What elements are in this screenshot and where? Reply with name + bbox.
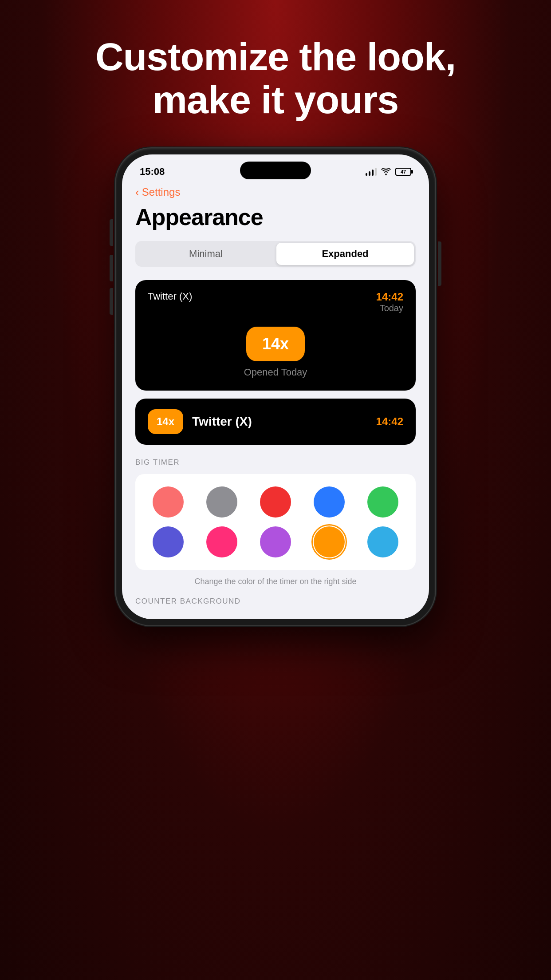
segment-minimal[interactable]: Minimal <box>137 243 275 265</box>
phone-frame: 15:08 47 <box>116 148 435 625</box>
app-content: ‹ Settings Appearance Minimal Expanded T… <box>122 181 429 619</box>
twitter-card-compact: 14x Twitter (X) 14:42 <box>135 399 416 445</box>
compact-app-name: Twitter (X) <box>192 415 367 429</box>
card-app-name-large: Twitter (X) <box>148 291 192 302</box>
color-swatch-indigo[interactable] <box>153 526 184 557</box>
back-label[interactable]: Settings <box>142 186 181 198</box>
color-grid[interactable] <box>146 486 405 557</box>
card-time-col: 14:42 Today <box>376 291 403 313</box>
phone-mockup: 15:08 47 <box>116 148 435 625</box>
battery-icon: 47 <box>395 168 411 176</box>
segment-expanded[interactable]: Expanded <box>276 243 414 265</box>
section-big-timer-label: BIG TIMER <box>135 458 416 467</box>
status-icons: 47 <box>366 168 411 176</box>
signal-icon <box>366 168 377 176</box>
status-time: 15:08 <box>140 166 165 178</box>
card-center: 14x Opened Today <box>148 327 403 378</box>
headline: Customize the look,make it yours <box>60 36 491 122</box>
color-swatch-red[interactable] <box>260 486 291 518</box>
wifi-icon <box>381 168 391 175</box>
color-picker-card <box>135 474 416 570</box>
card-date: Today <box>380 303 403 313</box>
color-swatch-salmon[interactable] <box>153 486 184 518</box>
card-time-large: 14:42 <box>376 291 403 303</box>
back-nav[interactable]: ‹ Settings <box>135 186 416 199</box>
color-caption: Change the color of the timer on the rig… <box>135 577 416 586</box>
compact-time: 14:42 <box>376 415 403 428</box>
phone-screen: 15:08 47 <box>122 154 429 619</box>
color-swatch-pink[interactable] <box>206 526 237 557</box>
color-swatch-blue[interactable] <box>314 486 345 518</box>
opened-label: Opened Today <box>244 367 307 378</box>
dynamic-island <box>240 162 311 179</box>
segmented-control[interactable]: Minimal Expanded <box>135 241 416 267</box>
color-swatch-purple[interactable] <box>260 526 291 557</box>
page-title: Appearance <box>135 204 416 230</box>
counter-badge-small: 14x <box>148 409 183 434</box>
status-bar: 15:08 47 <box>122 154 429 181</box>
color-swatch-orange[interactable] <box>314 526 345 557</box>
twitter-card-large: Twitter (X) 14:42 Today 14x Opened Today <box>135 280 416 391</box>
color-swatch-gray[interactable] <box>206 486 237 518</box>
color-swatch-green[interactable] <box>367 486 398 518</box>
card-top-row: Twitter (X) 14:42 Today <box>148 291 403 313</box>
back-chevron-icon: ‹ <box>135 186 139 199</box>
section-counter-bg-label: COUNTER BACKGROUND <box>135 597 416 606</box>
color-swatch-teal[interactable] <box>367 526 398 557</box>
counter-badge-large: 14x <box>246 327 305 361</box>
